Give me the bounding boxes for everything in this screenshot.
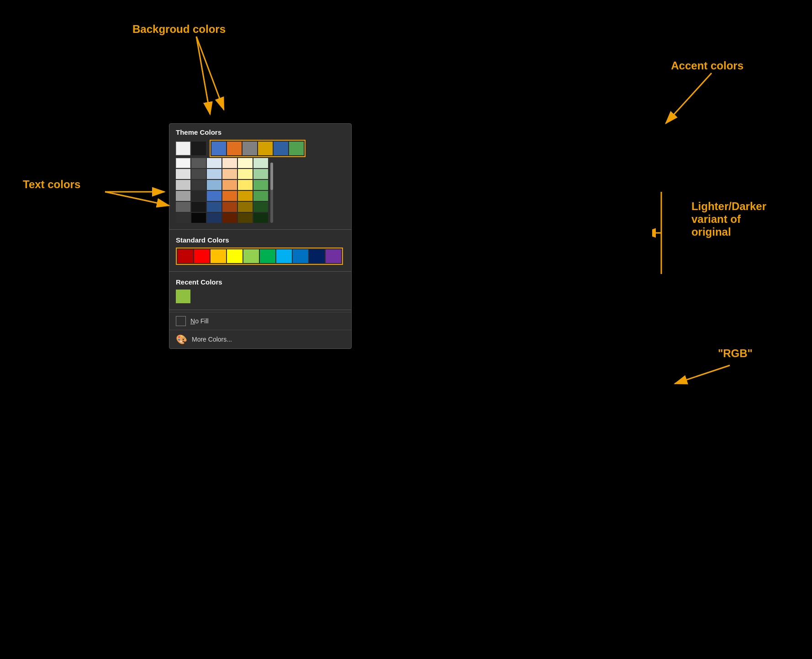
svg-line-2 <box>196 37 224 110</box>
divider-1 <box>169 229 351 230</box>
std-cyan[interactable] <box>276 249 292 263</box>
no-fill-box <box>176 316 186 326</box>
std-purple[interactable] <box>326 249 341 263</box>
svg-line-1 <box>196 37 210 114</box>
std-green[interactable] <box>260 249 275 263</box>
more-colors-row[interactable]: 🎨 More Colors... <box>169 330 351 348</box>
arrow-accent-colors <box>584 59 743 151</box>
svg-line-7 <box>105 192 169 206</box>
no-fill-row[interactable]: No Fill <box>169 312 351 330</box>
std-darkred[interactable] <box>178 249 193 263</box>
variant-col-6 <box>253 158 268 223</box>
standard-colors-title: Standard Colors <box>176 236 345 244</box>
std-red[interactable] <box>194 249 210 263</box>
std-navy[interactable] <box>309 249 325 263</box>
recent-colors-title: Recent Colors <box>176 278 345 286</box>
variant-col-4 <box>222 158 237 223</box>
color-swatch-darkblue[interactable] <box>274 142 288 155</box>
svg-line-10 <box>675 365 730 384</box>
arrow-lighter-darker <box>652 183 766 297</box>
arrow-rgb <box>593 338 753 397</box>
recent-colors-section: Recent Colors <box>169 274 351 308</box>
std-amber[interactable] <box>211 249 226 263</box>
more-colors-label: More Colors... <box>192 336 232 343</box>
variant-col-5 <box>238 158 253 223</box>
no-fill-label: No Fill <box>190 317 209 325</box>
std-lime[interactable] <box>243 249 259 263</box>
standard-colors-section: Standard Colors <box>169 232 351 269</box>
std-yellow[interactable] <box>227 249 243 263</box>
divider-2 <box>169 271 351 272</box>
scrollbar[interactable] <box>270 158 274 223</box>
std-blue[interactable] <box>293 249 308 263</box>
svg-line-4 <box>666 73 712 123</box>
divider-3 <box>169 310 351 310</box>
variant-col-3 <box>207 158 221 223</box>
palette-icon: 🎨 <box>176 334 187 345</box>
color-swatch-green[interactable] <box>289 142 304 155</box>
recent-swatch-green[interactable] <box>176 290 190 303</box>
arrow-background-colors <box>91 23 274 160</box>
standard-colors-wrapper <box>176 248 343 265</box>
arrow-text-colors <box>23 174 196 228</box>
recent-colors-swatches <box>176 290 345 303</box>
theme-variant-columns <box>176 158 345 223</box>
